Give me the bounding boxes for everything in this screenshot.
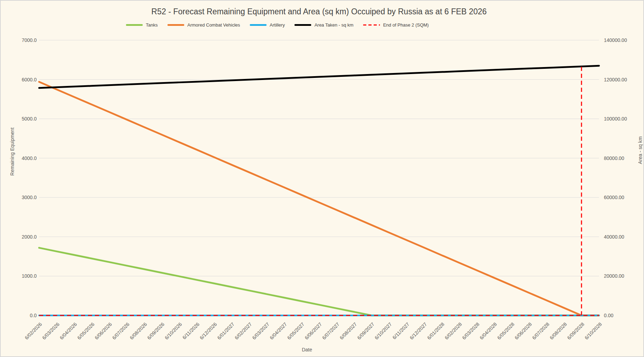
x-tick-label: 6/10/2027	[374, 321, 393, 341]
x-tick-label: 6/01/2028	[426, 321, 445, 341]
left-tick-label: 3000.0	[22, 195, 37, 200]
x-tick-label: 6/02/2027	[234, 321, 253, 341]
x-tick-label: 6/01/2027	[216, 321, 235, 341]
x-tick-label: 6/08/2027	[339, 321, 358, 341]
right-tick-label: 60000.00	[604, 195, 624, 200]
left-axis-tick-labels: 0.01000.02000.03000.04000.05000.06000.07…	[22, 37, 37, 318]
x-tick-label: 6/08/2028	[548, 321, 568, 341]
left-tick-label: 5000.0	[22, 116, 37, 122]
left-tick-label: 7000.0	[22, 37, 37, 43]
series-line-area-taken-sq-km	[39, 66, 599, 88]
x-tick-label: 6/06/2027	[304, 321, 323, 341]
left-tick-label: 0.0	[30, 313, 37, 318]
chart-plot-area: 0.01000.02000.03000.04000.05000.06000.07…	[1, 1, 644, 357]
x-tick-label: 6/11/2026	[181, 321, 201, 341]
right-tick-label: 0.00	[604, 313, 613, 318]
left-tick-label: 4000.0	[22, 155, 37, 161]
x-tick-label: 6/05/2028	[496, 321, 516, 341]
right-tick-label: 20000.00	[604, 273, 624, 279]
x-tick-label: 6/02/2026	[24, 321, 43, 341]
x-tick-label: 6/04/2028	[479, 321, 498, 341]
x-tick-label: 6/09/2026	[146, 321, 166, 341]
x-tick-label: 6/07/2028	[531, 321, 551, 341]
right-axis-title: Area - sq km	[637, 136, 643, 164]
x-tick-label: 6/12/2027	[409, 321, 428, 341]
right-tick-label: 140000.00	[604, 37, 627, 43]
right-axis-tick-labels: 0.0020000.0040000.0060000.0080000.001000…	[604, 37, 627, 318]
x-tick-label: 6/05/2026	[76, 321, 96, 341]
x-tick-label: 6/11/2027	[391, 321, 411, 341]
right-tick-label: 40000.00	[604, 234, 624, 240]
chart-frame: R52 - Forecast Remaining Equipment and A…	[0, 0, 644, 357]
x-tick-label: 6/06/2026	[93, 321, 113, 341]
x-tick-label: 6/07/2027	[321, 321, 340, 341]
x-tick-label: 6/02/2028	[444, 321, 463, 341]
left-tick-label: 1000.0	[22, 273, 37, 279]
x-tick-label: 6/03/2028	[461, 321, 481, 341]
x-tick-label: 6/04/2027	[269, 321, 288, 341]
x-tick-label: 6/04/2026	[59, 321, 78, 341]
left-axis-title: Remaining Equipment	[9, 128, 15, 176]
x-tick-label: 6/09/2028	[566, 321, 586, 341]
left-tick-label: 6000.0	[22, 77, 37, 82]
x-tick-label: 6/10/2026	[164, 321, 183, 341]
x-tick-label: 6/03/2026	[41, 321, 61, 341]
x-tick-label: 6/03/2027	[251, 321, 271, 341]
x-tick-label: 6/09/2027	[356, 321, 376, 341]
series-lines	[39, 66, 599, 315]
x-axis-title: Date	[302, 347, 312, 352]
x-tick-label: 6/06/2028	[514, 321, 533, 341]
series-line-tanks	[39, 248, 599, 315]
right-tick-label: 100000.00	[604, 116, 627, 122]
x-tick-label: 6/12/2026	[199, 321, 218, 341]
left-tick-label: 2000.0	[22, 234, 37, 240]
x-axis-tick-labels: 6/02/20266/03/20266/04/20266/05/20266/06…	[24, 321, 603, 341]
gridlines	[39, 40, 599, 315]
series-line-armored-combat-vehicles	[39, 82, 599, 315]
x-tick-label: 6/10/2028	[584, 321, 603, 341]
x-tick-label: 6/07/2026	[111, 321, 131, 341]
right-tick-label: 120000.00	[604, 77, 627, 82]
right-tick-label: 80000.00	[604, 155, 624, 161]
x-tick-label: 6/08/2026	[129, 321, 148, 341]
x-tick-label: 6/05/2027	[286, 321, 306, 341]
